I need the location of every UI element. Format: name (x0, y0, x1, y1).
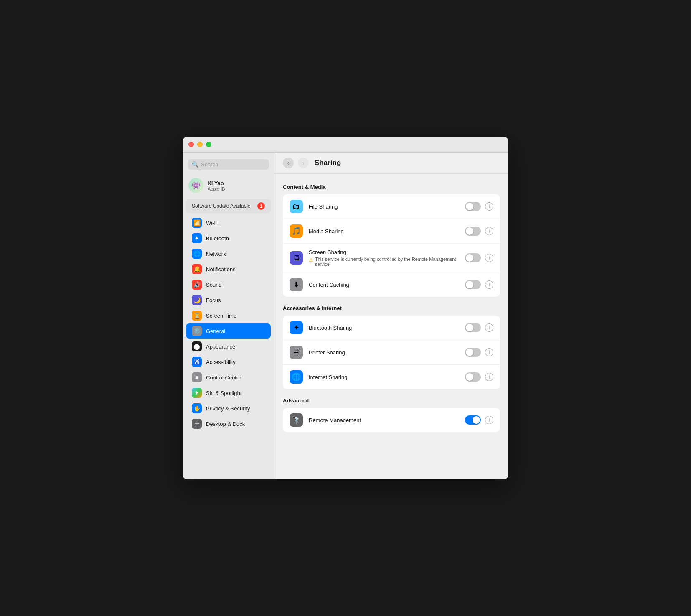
content-caching-toggle[interactable] (465, 280, 481, 289)
software-update-banner[interactable]: Software Update Available 1 (186, 199, 271, 213)
bluetooth-icon: ✦ (192, 233, 202, 243)
remote-management-title: Remote Management (309, 417, 459, 423)
file-sharing-toggle[interactable] (465, 202, 481, 211)
search-box[interactable]: 🔍 (188, 159, 269, 170)
screen-sharing-info-button[interactable]: i (485, 254, 493, 262)
internet-sharing-info-button[interactable]: i (485, 373, 493, 381)
sidebar-item-label-general: General (206, 328, 225, 334)
sidebar-item-label-notifications: Notifications (206, 266, 236, 272)
file-sharing-title: File Sharing (309, 204, 459, 210)
sidebar-item-screentime[interactable]: ⏳ Screen Time (186, 308, 271, 323)
media-sharing-toggle-knob (466, 227, 473, 235)
close-button[interactable] (188, 142, 194, 147)
content-caching-info-button[interactable]: i (485, 280, 493, 289)
bluetooth-sharing-toggle[interactable] (465, 323, 481, 332)
sidebar-item-sound[interactable]: 🔊 Sound (186, 277, 271, 292)
main-header: ‹ › Sharing (274, 153, 508, 174)
row-file-sharing: 🗂 File Sharing i (283, 194, 500, 219)
row-remote-management: 🔭 Remote Management i (283, 408, 500, 432)
sidebar-item-accessibility[interactable]: ♿ Accessibility (186, 354, 271, 369)
sidebar-item-desktop[interactable]: ▭ Desktop & Dock (186, 416, 271, 431)
avatar: 👾 (188, 178, 203, 193)
sidebar-item-label-screentime: Screen Time (206, 313, 236, 319)
network-icon: 🌐 (192, 249, 202, 259)
file-sharing-content: File Sharing (309, 204, 459, 210)
row-content-caching: ⬇ Content Caching i (283, 272, 500, 297)
sidebar-item-appearance[interactable]: ⬤ Appearance (186, 339, 271, 354)
row-screen-sharing: 🖥 Screen Sharing ⚠ This service is curre… (283, 244, 500, 272)
printer-sharing-info-button[interactable]: i (485, 348, 493, 356)
printer-sharing-toggle[interactable] (465, 348, 481, 357)
row-internet-sharing: 🌐 Internet Sharing i (283, 365, 500, 389)
system-preferences-window: 🔍 👾 Xi Yao Apple ID Software Update Avai… (183, 137, 508, 479)
sidebar-item-label-bluetooth: Bluetooth (206, 235, 229, 242)
internet-sharing-content: Internet Sharing (309, 374, 459, 380)
row-bluetooth-sharing: ✦ Bluetooth Sharing i (283, 316, 500, 340)
page-title: Sharing (315, 159, 341, 167)
sidebar-item-notifications[interactable]: 🔔 Notifications (186, 262, 271, 277)
sidebar-item-label-network: Network (206, 251, 226, 257)
content-caching-content: Content Caching (309, 282, 459, 288)
sidebar-item-network[interactable]: 🌐 Network (186, 246, 271, 261)
search-container: 🔍 (183, 158, 274, 175)
siri-icon: ✦ (192, 388, 202, 398)
internet-sharing-title: Internet Sharing (309, 374, 459, 380)
content-caching-controls: i (465, 280, 493, 289)
main-body: Content & Media🗂 File Sharing i 🎵 Media … (274, 174, 508, 479)
appearance-icon: ⬤ (192, 341, 202, 351)
main-content: ‹ › Sharing Content & Media🗂 File Sharin… (274, 153, 508, 479)
user-section[interactable]: 👾 Xi Yao Apple ID (183, 175, 274, 197)
sidebar: 🔍 👾 Xi Yao Apple ID Software Update Avai… (183, 153, 274, 479)
printer-sharing-content: Printer Sharing (309, 349, 459, 356)
internet-sharing-controls: i (465, 372, 493, 382)
file-sharing-toggle-knob (466, 203, 473, 210)
sidebar-item-general[interactable]: ⚙️ General (186, 323, 271, 339)
nav-back-button[interactable]: ‹ (283, 158, 294, 168)
focus-icon: 🌙 (192, 295, 202, 305)
sidebar-item-bluetooth[interactable]: ✦ Bluetooth (186, 231, 271, 246)
remote-management-controls: i (465, 415, 493, 425)
media-sharing-toggle[interactable] (465, 227, 481, 236)
sidebar-item-privacy[interactable]: ✋ Privacy & Security (186, 401, 271, 416)
window-content: 🔍 👾 Xi Yao Apple ID Software Update Avai… (183, 153, 508, 479)
wifi-icon: 📶 (192, 218, 202, 228)
nav-forward-button[interactable]: › (298, 158, 309, 168)
screen-sharing-title: Screen Sharing (309, 249, 459, 255)
section-title-accessories-internet: Accessories & Internet (283, 305, 500, 311)
warning-icon: ⚠ (309, 257, 313, 263)
sidebar-item-siri[interactable]: ✦ Siri & Spotlight (186, 385, 271, 400)
minimize-button[interactable] (197, 142, 203, 147)
controlcenter-icon: ≡ (192, 372, 202, 382)
maximize-button[interactable] (206, 142, 211, 147)
sidebar-item-label-sound: Sound (206, 282, 222, 288)
internet-sharing-toggle-knob (466, 373, 473, 381)
media-sharing-title: Media Sharing (309, 228, 459, 234)
sidebar-item-label-wifi: Wi-Fi (206, 220, 218, 226)
screen-sharing-toggle[interactable] (465, 253, 481, 262)
sections-container: Content & Media🗂 File Sharing i 🎵 Media … (283, 184, 500, 432)
bluetooth-sharing-controls: i (465, 323, 493, 332)
file-sharing-info-button[interactable]: i (485, 202, 493, 211)
content-caching-title: Content Caching (309, 282, 459, 288)
sidebar-item-wifi[interactable]: 📶 Wi-Fi (186, 215, 271, 230)
media-sharing-info-button[interactable]: i (485, 227, 493, 235)
remote-management-info-button[interactable]: i (485, 416, 493, 424)
remote-management-icon: 🔭 (290, 413, 303, 427)
search-icon: 🔍 (192, 161, 198, 168)
sidebar-item-focus[interactable]: 🌙 Focus (186, 293, 271, 308)
printer-sharing-toggle-knob (466, 349, 473, 356)
update-badge: 1 (257, 202, 265, 210)
search-input[interactable] (201, 161, 265, 168)
sidebar-item-controlcenter[interactable]: ≡ Control Center (186, 370, 271, 385)
screen-sharing-warning: ⚠ This service is currently being contro… (309, 257, 459, 267)
printer-sharing-controls: i (465, 348, 493, 357)
user-info: Xi Yao Apple ID (208, 180, 225, 191)
remote-management-toggle[interactable] (465, 415, 481, 425)
chevron-left-icon: ‹ (287, 160, 290, 166)
internet-sharing-toggle[interactable] (465, 372, 481, 382)
screen-sharing-controls: i (465, 253, 493, 262)
screen-sharing-icon: 🖥 (290, 251, 303, 265)
bluetooth-sharing-info-button[interactable]: i (485, 323, 493, 332)
card-accessories-internet: ✦ Bluetooth Sharing i 🖨 Printer Sharing … (283, 316, 500, 389)
sidebar-item-label-siri: Siri & Spotlight (206, 390, 241, 396)
